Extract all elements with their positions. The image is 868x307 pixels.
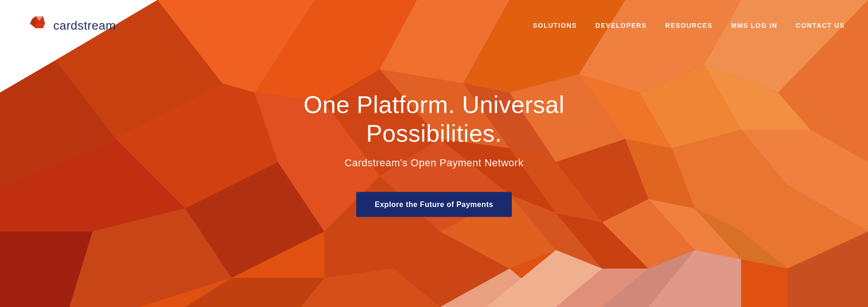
header: cardstream SOLUTIONS DEVELOPERS RESOURCE… xyxy=(0,0,868,51)
hero-content: One Platform. Universal Possibilities. C… xyxy=(249,90,619,217)
svg-marker-53 xyxy=(36,16,43,28)
nav-item-developers[interactable]: DEVELOPERS xyxy=(596,22,647,29)
nav-item-mms-login[interactable]: MMS LOG IN xyxy=(731,22,777,29)
hero-title: One Platform. Universal Possibilities. xyxy=(249,90,619,148)
nav-item-solutions[interactable]: SOLUTIONS xyxy=(533,22,577,29)
nav-item-resources[interactable]: RESOURCES xyxy=(665,22,712,29)
nav-item-contact-us[interactable]: CONTACT US xyxy=(796,22,845,29)
logo-icon xyxy=(23,13,49,38)
main-nav: SOLUTIONS DEVELOPERS RESOURCES MMS LOG I… xyxy=(533,22,845,29)
cta-button[interactable]: Explore the Future of Payments xyxy=(356,192,512,217)
logo-text: cardstream xyxy=(53,19,116,33)
logo-area: cardstream xyxy=(23,13,116,38)
hero-section: cardstream SOLUTIONS DEVELOPERS RESOURCE… xyxy=(0,0,868,307)
hero-subtitle: Cardstream's Open Payment Network xyxy=(249,157,619,169)
